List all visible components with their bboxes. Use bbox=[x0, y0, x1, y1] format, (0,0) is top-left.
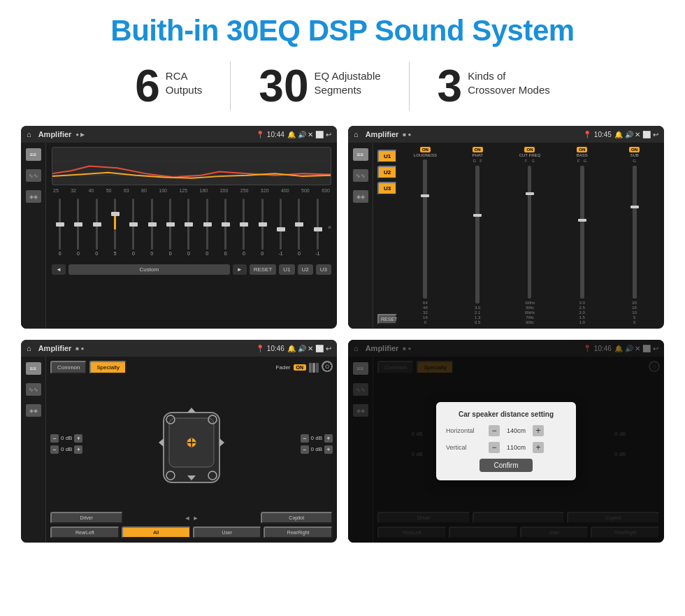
amp-presets-col: U1 U2 U3 RESET bbox=[377, 147, 397, 324]
left-arrow-bl[interactable]: ◄ bbox=[185, 515, 191, 522]
db-minus-rl[interactable]: − bbox=[50, 445, 59, 454]
topbar-icons-tl: 📍 10:44 🔔 🔊 ✕ ⬜ ↩ bbox=[256, 131, 331, 138]
topbar-top-right: ⌂ Amplifier ■ ● 📍 10:45 🔔 🔊 ✕ ⬜ ↩ bbox=[348, 126, 664, 143]
eq-slider-15[interactable]: -1 bbox=[310, 199, 326, 256]
sidebar-eq-icon-bl[interactable]: ≡≡ bbox=[26, 362, 41, 375]
main-title: Buith-in 30EQ DSP Sound System bbox=[21, 14, 664, 48]
custom-preset-button[interactable]: Custom bbox=[68, 264, 230, 275]
speaker-layout: − 0 dB + − 0 dB + bbox=[50, 378, 333, 509]
sidebar-eq-icon-tr[interactable]: ≡≡ bbox=[353, 148, 368, 161]
eq-slider-9[interactable]: 0 bbox=[199, 199, 215, 256]
eq-slider-13[interactable]: -1 bbox=[273, 199, 289, 256]
sidebar-vol-icon-bl[interactable]: ◈◈ bbox=[26, 404, 41, 417]
bottom-buttons-bl: Driver ◄ ► Copilot bbox=[50, 512, 333, 524]
page-container: Buith-in 30EQ DSP Sound System 6 RCA Out… bbox=[0, 0, 685, 616]
eq-slider-10[interactable]: 0 bbox=[217, 199, 233, 256]
amp-tr-content: U1 U2 U3 RESET ON LOUDNESS bbox=[373, 143, 664, 329]
reset-btn-tr[interactable]: RESET bbox=[377, 314, 397, 324]
screen-top-right: ⌂ Amplifier ■ ● 📍 10:45 🔔 🔊 ✕ ⬜ ↩ ≡≡ ∿∿ … bbox=[348, 126, 664, 329]
sidebar-wave-icon[interactable]: ∿∿ bbox=[26, 169, 41, 182]
eq-slider-7[interactable]: 0 bbox=[162, 199, 178, 256]
sidebar-tl: ≡≡ ∿∿ ◈◈ bbox=[21, 143, 46, 329]
user-btn-bl[interactable]: User bbox=[193, 527, 262, 538]
eq-slider-11[interactable]: 0 bbox=[236, 199, 252, 256]
eq-slider-5[interactable]: 0 bbox=[125, 199, 141, 256]
sub-slider[interactable] bbox=[633, 166, 637, 299]
db-minus-fl[interactable]: − bbox=[50, 434, 59, 443]
loudness-slider[interactable] bbox=[423, 159, 427, 299]
reset-button-tl[interactable]: RESET bbox=[250, 264, 277, 275]
home-icon[interactable]: ⌂ bbox=[27, 130, 31, 138]
sub-label: SUB bbox=[630, 153, 638, 157]
db-plus-rr[interactable]: + bbox=[324, 445, 333, 454]
specialty-tab-bl[interactable]: Specialty bbox=[89, 361, 126, 374]
screen-content-tr: ≡≡ ∿∿ ◈◈ U1 U2 U3 RESET bbox=[348, 143, 664, 329]
phat-slider[interactable] bbox=[475, 166, 480, 303]
dialog-title: Car speaker distance setting bbox=[446, 410, 566, 418]
home-icon-tr[interactable]: ⌂ bbox=[354, 130, 359, 138]
horizontal-label: Horizontal bbox=[446, 427, 484, 434]
svg-marker-15 bbox=[219, 438, 224, 447]
all-btn-bl[interactable]: All bbox=[122, 527, 191, 538]
stats-row: 6 RCA Outputs 30 EQ Adjustable Segments … bbox=[21, 62, 664, 110]
db-plus-fr[interactable]: + bbox=[324, 434, 333, 443]
sub-on-badge: ON bbox=[629, 147, 640, 152]
stat-rca-text: RCA Outputs bbox=[166, 64, 203, 96]
topbar-title-bl: Amplifier bbox=[38, 344, 72, 352]
fader-on-badge: ON bbox=[294, 364, 307, 371]
vertical-label: Vertical bbox=[446, 444, 484, 451]
rearright-btn-bl[interactable]: RearRight bbox=[264, 527, 333, 538]
db-minus-fr[interactable]: − bbox=[301, 434, 309, 443]
db-plus-rl[interactable]: + bbox=[74, 445, 82, 454]
eq-slider-12[interactable]: 0 bbox=[254, 199, 271, 256]
cutfreq-label: CUT FREQ bbox=[519, 153, 541, 157]
home-icon-bl[interactable]: ⌂ bbox=[27, 344, 31, 352]
dialog-overlay: Car speaker distance setting Horizontal … bbox=[348, 340, 664, 543]
eq-main: 2532 4050 6380 100125 160200 250320 4005… bbox=[46, 143, 337, 329]
sidebar-wave-icon-tr[interactable]: ∿∿ bbox=[353, 169, 368, 182]
cutfreq-slider[interactable] bbox=[528, 166, 531, 299]
phat-on-badge: ON bbox=[473, 147, 483, 152]
horizontal-minus-button[interactable]: − bbox=[489, 425, 500, 436]
sidebar-vol-icon-tr[interactable]: ◈◈ bbox=[353, 190, 368, 203]
u2-btn[interactable]: U2 bbox=[377, 166, 397, 179]
topbar-icons-tr: 📍 10:45 🔔 🔊 ✕ ⬜ ↩ bbox=[583, 131, 658, 138]
expand-icon[interactable]: » bbox=[328, 224, 331, 231]
eq-slider-4[interactable]: 5 bbox=[107, 199, 123, 256]
u2-button-tl[interactable]: U2 bbox=[298, 264, 313, 275]
u1-btn[interactable]: U1 bbox=[377, 150, 397, 163]
vertical-plus-button[interactable]: + bbox=[533, 442, 544, 453]
common-tab-bl[interactable]: Common bbox=[50, 361, 87, 374]
settings-icon-bl[interactable]: ⚙ bbox=[322, 361, 333, 372]
copilot-btn-bl[interactable]: Copilot bbox=[261, 512, 333, 524]
eq-slider-3[interactable]: 0 bbox=[89, 199, 105, 256]
rearleft-btn-bl[interactable]: RearLeft bbox=[50, 527, 120, 538]
amp-ch-loudness: ON LOUDNESS 644832160 bbox=[400, 147, 451, 324]
eq-slider-1[interactable]: 0 bbox=[52, 199, 68, 256]
u1-button-tl[interactable]: U1 bbox=[279, 264, 294, 275]
db-value-fr: 0 dB bbox=[311, 435, 322, 441]
eq-graph bbox=[52, 147, 331, 185]
right-arrow-bl[interactable]: ► bbox=[193, 515, 199, 522]
bass-slider[interactable] bbox=[580, 166, 584, 299]
eq-slider-14[interactable]: 0 bbox=[291, 199, 307, 256]
db-plus-fl[interactable]: + bbox=[74, 434, 82, 443]
confirm-button[interactable]: Confirm bbox=[480, 459, 532, 472]
sidebar-wave-icon-bl[interactable]: ∿∿ bbox=[26, 383, 41, 396]
vertical-minus-button[interactable]: − bbox=[489, 442, 500, 453]
prev-preset-button[interactable]: ◄ bbox=[52, 264, 66, 275]
db-minus-rr[interactable]: − bbox=[301, 445, 309, 454]
u3-button-tl[interactable]: U3 bbox=[316, 264, 331, 275]
horizontal-plus-button[interactable]: + bbox=[533, 425, 544, 436]
sidebar-eq-icon[interactable]: ≡≡ bbox=[26, 148, 41, 161]
u3-btn[interactable]: U3 bbox=[377, 182, 397, 195]
eq-slider-2[interactable]: 0 bbox=[70, 199, 86, 256]
sidebar-vol-icon[interactable]: ◈◈ bbox=[26, 190, 41, 203]
driver-btn-bl[interactable]: Driver bbox=[50, 512, 123, 524]
eq-slider-8[interactable]: 0 bbox=[180, 199, 196, 256]
next-preset-button[interactable]: ► bbox=[233, 264, 247, 275]
screen-content-tl: ≡≡ ∿∿ ◈◈ bbox=[21, 143, 337, 329]
tab-row-bl: Common Specialty Fader ON ⚙ bbox=[50, 361, 333, 374]
eq-slider-6[interactable]: 0 bbox=[144, 199, 160, 256]
amp-ch-cutfreq: ON CUT FREQ F G 100Hz90Hz80kHz70Hz60Hz bbox=[505, 147, 556, 324]
